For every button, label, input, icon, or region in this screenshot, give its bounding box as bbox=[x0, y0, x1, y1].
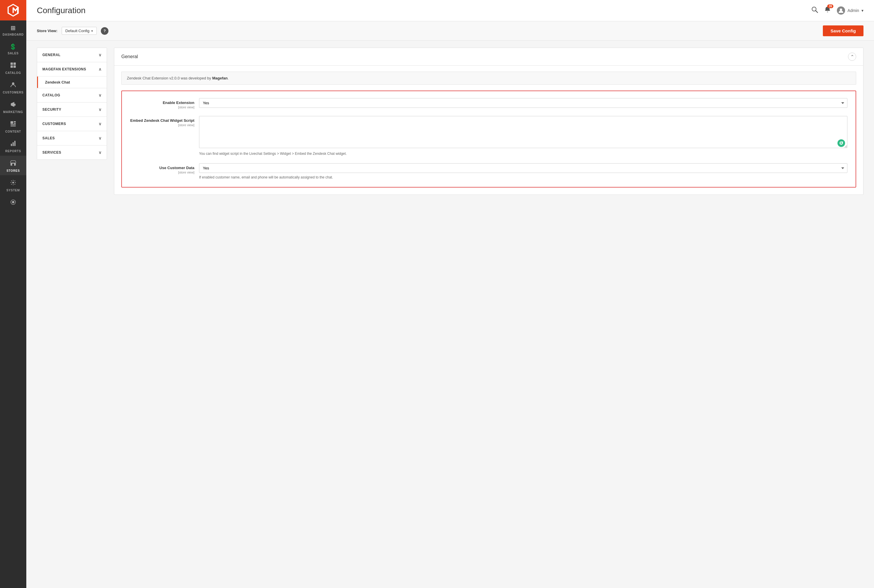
sidebar-label-customers: CUSTOMERS bbox=[3, 91, 24, 94]
enable-extension-label: Enable Extension bbox=[130, 100, 194, 105]
info-text: Zendesk Chat Extension v2.0.0 was develo… bbox=[127, 76, 212, 80]
config-label-use-customer-data: Use Customer Data [store view] bbox=[130, 163, 194, 174]
svg-rect-3 bbox=[14, 65, 16, 68]
svg-rect-6 bbox=[11, 121, 13, 124]
accordion-content-magefan-extensions: Zendesk Chat bbox=[37, 76, 107, 88]
sidebar-label-system: SYSTEM bbox=[6, 189, 20, 192]
accordion-sub-label-zendesk-chat: Zendesk Chat bbox=[45, 80, 70, 84]
magento-logo-icon bbox=[7, 4, 20, 16]
sidebar-label-catalog: CATALOG bbox=[5, 71, 21, 75]
use-customer-data-sub: [store view] bbox=[130, 171, 194, 174]
svg-line-20 bbox=[816, 11, 818, 13]
sidebar-item-stores[interactable]: STORES bbox=[0, 156, 26, 175]
svg-rect-15 bbox=[12, 164, 14, 166]
sidebar-label-stores: STORES bbox=[6, 169, 20, 172]
embed-script-wrapper bbox=[199, 116, 847, 149]
svg-rect-12 bbox=[12, 142, 14, 146]
dashboard-icon: ⊞ bbox=[11, 24, 16, 32]
sidebar-item-sales[interactable]: 💲 SALES bbox=[0, 39, 26, 58]
store-view-label: Store View: bbox=[37, 28, 57, 33]
config-control-enable-extension: Yes No bbox=[199, 98, 847, 108]
accordion-catalog: CATALOG ∨ bbox=[37, 88, 107, 102]
enable-extension-select[interactable]: Yes No bbox=[199, 98, 847, 108]
sidebar-item-extensions[interactable] bbox=[0, 195, 26, 211]
accordion-magefan-extensions: MAGEFAN EXTENSIONS ∧ Zendesk Chat bbox=[37, 62, 107, 88]
use-customer-data-label: Use Customer Data bbox=[130, 166, 194, 170]
section-card: General ⌃ Zendesk Chat Extension v2.0.0 … bbox=[114, 48, 863, 195]
config-area: Enable Extension [store view] Yes No bbox=[114, 90, 863, 195]
use-customer-data-select[interactable]: Yes No bbox=[199, 163, 847, 173]
accordion-customers: CUSTOMERS ∨ bbox=[37, 117, 107, 131]
accordion-header-general[interactable]: GENERAL ∨ bbox=[37, 48, 107, 62]
store-view-chevron-icon: ▾ bbox=[91, 29, 93, 33]
svg-point-4 bbox=[12, 82, 14, 85]
sidebar-item-content[interactable]: CONTENT bbox=[0, 117, 26, 136]
top-header: Configuration 39 bbox=[26, 0, 874, 21]
accordion-sub-item-zendesk-chat[interactable]: Zendesk Chat bbox=[37, 76, 107, 88]
config-control-use-customer-data: Yes No If enabled customer name, email a… bbox=[199, 163, 847, 180]
sidebar-item-dashboard[interactable]: ⊞ DASHBOARD bbox=[0, 21, 26, 39]
system-icon bbox=[10, 179, 17, 187]
sidebar: ⊞ DASHBOARD 💲 SALES CATALOG bbox=[0, 0, 26, 588]
right-panel: General ⌃ Zendesk Chat Extension v2.0.0 … bbox=[114, 48, 863, 581]
accordion-chevron-customers: ∨ bbox=[98, 122, 102, 126]
sales-icon: 💲 bbox=[9, 43, 17, 50]
sidebar-item-marketing[interactable]: MARKETING bbox=[0, 97, 26, 117]
notification-button[interactable]: 39 bbox=[824, 6, 831, 15]
textarea-refresh-button[interactable] bbox=[838, 140, 845, 147]
accordion-label-security: SECURITY bbox=[42, 108, 62, 112]
sidebar-label-sales: SALES bbox=[8, 52, 18, 55]
page-title: Configuration bbox=[37, 6, 86, 15]
config-row-use-customer-data: Use Customer Data [store view] Yes No If… bbox=[130, 163, 847, 180]
accordion-label-sales: SALES bbox=[42, 136, 55, 140]
sidebar-label-dashboard: DASHBOARD bbox=[3, 33, 24, 36]
accordion-header-sales[interactable]: SALES ∨ bbox=[37, 131, 107, 145]
search-icon[interactable] bbox=[811, 6, 818, 15]
accordion-header-services[interactable]: SERVICES ∨ bbox=[37, 146, 107, 159]
section-body: Zendesk Chat Extension v2.0.0 was develo… bbox=[114, 66, 863, 90]
embed-script-textarea[interactable] bbox=[199, 116, 847, 148]
refresh-icon bbox=[839, 141, 843, 145]
accordion-header-catalog[interactable]: CATALOG ∨ bbox=[37, 88, 107, 102]
sidebar-logo[interactable] bbox=[0, 0, 26, 21]
header-actions: 39 Admin ▾ bbox=[811, 6, 863, 15]
accordion-header-customers[interactable]: CUSTOMERS ∨ bbox=[37, 117, 107, 131]
accordion-label-customers: CUSTOMERS bbox=[42, 122, 66, 126]
section-toggle-button[interactable]: ⌃ bbox=[848, 52, 856, 61]
accordion-security: SECURITY ∨ bbox=[37, 102, 107, 117]
accordion-general: GENERAL ∨ bbox=[37, 48, 107, 62]
embed-script-label: Embed Zendesk Chat Widget Script bbox=[130, 118, 194, 123]
sidebar-item-catalog[interactable]: CATALOG bbox=[0, 58, 26, 77]
embed-script-help: You can find widget script in the Livech… bbox=[199, 151, 847, 156]
section-header: General ⌃ bbox=[114, 48, 863, 66]
marketing-icon bbox=[10, 101, 17, 109]
accordion-services: SERVICES ∨ bbox=[37, 146, 107, 159]
svg-rect-5 bbox=[14, 104, 15, 106]
save-config-button[interactable]: Save Config bbox=[823, 26, 863, 36]
accordion-header-magefan-extensions[interactable]: MAGEFAN EXTENSIONS ∧ bbox=[37, 62, 107, 76]
sidebar-item-customers[interactable]: CUSTOMERS bbox=[0, 77, 26, 97]
sidebar-label-reports: REPORTS bbox=[5, 150, 21, 153]
store-view-select[interactable]: Default Config ▾ bbox=[62, 27, 97, 35]
sidebar-navigation: ⊞ DASHBOARD 💲 SALES CATALOG bbox=[0, 21, 26, 211]
admin-label: Admin bbox=[847, 8, 859, 13]
svg-point-21 bbox=[840, 9, 842, 11]
enable-extension-sub: [store view] bbox=[130, 105, 194, 109]
sidebar-label-marketing: MARKETING bbox=[3, 110, 23, 114]
help-icon[interactable]: ? bbox=[101, 27, 108, 35]
accordion-label-catalog: CATALOG bbox=[42, 93, 60, 97]
accordion-chevron-general: ∨ bbox=[98, 52, 102, 57]
accordion-sales: SALES ∨ bbox=[37, 131, 107, 146]
accordion-header-security[interactable]: SECURITY ∨ bbox=[37, 102, 107, 117]
reports-icon bbox=[10, 140, 17, 148]
svg-point-18 bbox=[12, 201, 14, 203]
config-box: Enable Extension [store view] Yes No bbox=[121, 90, 856, 188]
bell-icon bbox=[824, 7, 831, 15]
admin-menu[interactable]: Admin ▾ bbox=[837, 6, 863, 15]
svg-rect-1 bbox=[14, 63, 16, 65]
config-control-embed-script: You can find widget script in the Livech… bbox=[199, 116, 847, 156]
sidebar-item-reports[interactable]: REPORTS bbox=[0, 136, 26, 156]
accordion-chevron-magefan-extensions: ∧ bbox=[98, 67, 102, 72]
content-icon bbox=[10, 121, 17, 129]
sidebar-item-system[interactable]: SYSTEM bbox=[0, 175, 26, 195]
